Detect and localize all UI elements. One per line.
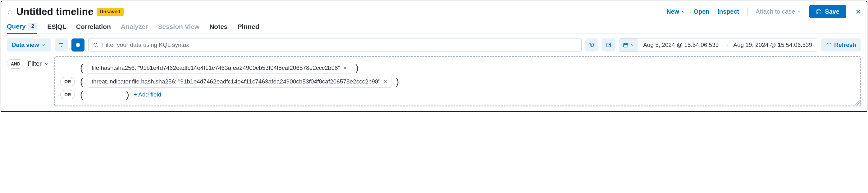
svg-line-5 xyxy=(97,46,98,47)
filter-chip[interactable]: threat.indicator.file.hash.sha256: "91b1… xyxy=(88,76,392,88)
svg-point-6 xyxy=(590,43,591,44)
chevron-down-icon xyxy=(42,43,46,47)
date-range: Aug 5, 2024 @ 15:54:06.539 → Aug 19, 202… xyxy=(619,38,817,52)
tab-analyzer: Analyzer xyxy=(121,23,148,33)
tab-query-label: Query xyxy=(7,23,26,30)
paren-close: ) xyxy=(395,76,400,87)
date-range-display[interactable]: Aug 5, 2024 @ 15:54:06.539 → Aug 19, 202… xyxy=(638,41,817,49)
calendar-icon xyxy=(623,42,628,48)
chevron-down-icon xyxy=(630,43,634,47)
header-actions: New Open Inspect Attach to case Save xyxy=(666,5,861,18)
svg-point-4 xyxy=(94,43,97,46)
customize-columns-button[interactable] xyxy=(585,38,598,52)
remove-chip-icon[interactable]: ✕ xyxy=(343,65,347,71)
svg-point-7 xyxy=(593,43,594,44)
attach-label: Attach to case xyxy=(756,8,795,15)
builder-left-controls: AND Filter xyxy=(7,56,51,69)
new-button[interactable]: New xyxy=(666,8,685,15)
inspect-button[interactable]: Inspect xyxy=(718,8,739,15)
attach-to-case-button: Attach to case xyxy=(756,8,802,15)
tab-notes[interactable]: Notes xyxy=(209,23,227,33)
tab-correlation[interactable]: Correlation xyxy=(76,23,111,33)
resize-handle-icon[interactable] xyxy=(855,100,860,105)
save-icon xyxy=(816,9,822,14)
data-view-label: Data view xyxy=(12,41,39,49)
plus-circle-icon xyxy=(75,42,81,48)
chip-text: threat.indicator.file.hash.sha256: "91b1… xyxy=(92,78,380,85)
title-group: ☆ Untitled timeline Unsaved xyxy=(7,6,124,18)
save-label: Save xyxy=(825,8,839,15)
arrow-right-icon: → xyxy=(723,41,729,49)
or-col: OR xyxy=(60,90,76,99)
filter-funnel-button[interactable] xyxy=(55,38,68,52)
chip-text: file.hash.sha256: "91b1e4d7462eadfc14e4f… xyxy=(92,65,340,71)
and-operator-pill[interactable]: AND xyxy=(7,59,24,69)
paren-close: ) xyxy=(125,89,130,100)
or-col: OR xyxy=(60,77,76,86)
tabs: Query 2 ES|QL Correlation Analyzer Sessi… xyxy=(7,23,861,34)
clause-row: OR ( threat.indicator.file.hash.sha256: … xyxy=(60,76,856,88)
chevron-down-icon xyxy=(797,10,801,14)
clause-row: OR ( ) + Add field xyxy=(60,89,856,100)
add-field-button[interactable]: + Add field xyxy=(133,91,161,98)
timeline-panel: ☆ Untitled timeline Unsaved New Open Ins… xyxy=(1,1,867,112)
search-icon xyxy=(93,42,98,48)
date-from: Aug 5, 2024 @ 15:54:06.539 xyxy=(643,41,719,49)
close-icon[interactable] xyxy=(856,9,861,14)
svg-point-8 xyxy=(591,46,592,47)
toolbar: Data view Aug 5, 2024 @ 15:5 xyxy=(7,38,861,52)
svg-point-13 xyxy=(609,44,610,45)
kql-search[interactable] xyxy=(88,38,582,52)
svg-rect-14 xyxy=(623,43,628,47)
header: ☆ Untitled timeline Unsaved New Open Ins… xyxy=(7,5,861,18)
open-button[interactable]: Open xyxy=(693,8,709,15)
query-builder: AND Filter ( file.hash.sha256: "91b1e4d7… xyxy=(7,56,861,106)
new-label: New xyxy=(666,8,679,15)
chevron-down-icon xyxy=(44,62,49,66)
clause-row: ( file.hash.sha256: "91b1e4d7462eadfc14e… xyxy=(60,62,856,74)
or-operator-pill[interactable]: OR xyxy=(60,77,75,86)
refresh-button[interactable]: Refresh xyxy=(821,38,861,52)
data-view-button[interactable]: Data view xyxy=(7,38,51,52)
paren-close: ) xyxy=(354,63,360,73)
status-badge: Unsaved xyxy=(97,8,124,16)
page-title: Untitled timeline xyxy=(16,6,94,18)
date-picker-button[interactable] xyxy=(619,38,638,52)
builder-dropzone[interactable]: ( file.hash.sha256: "91b1e4d7462eadfc14e… xyxy=(54,56,861,106)
or-operator-pill[interactable]: OR xyxy=(60,90,75,99)
svg-rect-12 xyxy=(607,43,611,47)
filter-label: Filter xyxy=(28,60,41,67)
filter-type-selector[interactable]: Filter xyxy=(26,58,50,69)
paren-open: ( xyxy=(79,89,85,100)
tab-query[interactable]: Query 2 xyxy=(7,23,37,34)
tab-esql[interactable]: ES|QL xyxy=(47,23,66,33)
sliders-icon xyxy=(589,42,595,48)
tab-pinned[interactable]: Pinned xyxy=(238,23,259,33)
kql-input[interactable] xyxy=(102,41,577,49)
favorite-star-icon[interactable]: ☆ xyxy=(7,8,13,16)
paren-open: ( xyxy=(79,76,85,87)
refresh-label: Refresh xyxy=(834,41,856,49)
fullscreen-button[interactable] xyxy=(602,38,615,52)
divider xyxy=(747,8,748,15)
add-filter-button[interactable] xyxy=(71,38,85,52)
remove-chip-icon[interactable]: ✕ xyxy=(383,79,388,85)
empty-clause-input[interactable] xyxy=(88,90,122,99)
date-to: Aug 19, 2024 @ 15:54:06.539 xyxy=(733,41,812,49)
expand-icon xyxy=(606,42,611,48)
tab-session-view: Session View xyxy=(158,23,199,33)
refresh-icon xyxy=(826,42,832,48)
paren-open: ( xyxy=(79,63,85,73)
filter-icon xyxy=(58,42,64,48)
chevron-down-icon xyxy=(681,10,685,14)
filter-chip[interactable]: file.hash.sha256: "91b1e4d7462eadfc14e4f… xyxy=(88,62,351,74)
tab-query-count: 2 xyxy=(28,23,37,30)
save-button[interactable]: Save xyxy=(809,5,846,18)
